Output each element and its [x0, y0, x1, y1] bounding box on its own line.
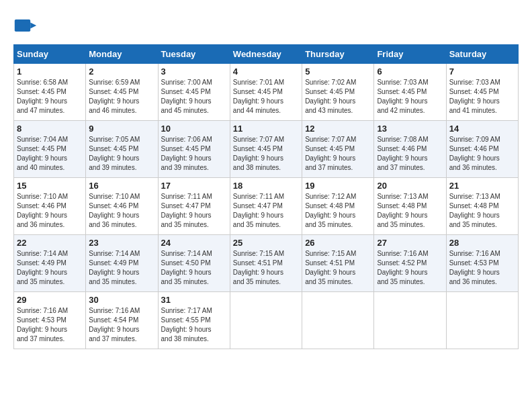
day-number: 9	[89, 124, 154, 134]
day-23: 23 Sunrise: 7:14 AMSunset: 4:49 PMDaylig…	[86, 235, 158, 292]
weekday-header-row: Sunday Monday Tuesday Wednesday Thursday…	[14, 45, 519, 64]
day-2: 2 Sunrise: 6:59 AMSunset: 4:45 PMDayligh…	[86, 64, 158, 121]
svg-marker-1	[30, 23, 36, 29]
calendar-table: Sunday Monday Tuesday Wednesday Thursday…	[13, 44, 519, 349]
day-number: 30	[89, 295, 154, 305]
day-12: 12 Sunrise: 7:07 AMSunset: 4:45 PMDaylig…	[302, 121, 374, 178]
day-detail: Sunrise: 7:13 AMSunset: 4:48 PMDaylight:…	[449, 192, 515, 230]
page-header	[13, 13, 519, 38]
day-number: 23	[89, 238, 154, 248]
day-number: 12	[305, 124, 371, 134]
day-number: 17	[161, 181, 227, 191]
week-row-4: 22 Sunrise: 7:14 AMSunset: 4:49 PMDaylig…	[14, 235, 519, 292]
day-number: 3	[161, 66, 227, 77]
header-thursday: Thursday	[302, 45, 374, 64]
day-13: 13 Sunrise: 7:08 AMSunset: 4:46 PMDaylig…	[374, 121, 446, 178]
day-28: 28 Sunrise: 7:16 AMSunset: 4:53 PMDaylig…	[446, 235, 518, 292]
day-detail: Sunrise: 7:11 AMSunset: 4:47 PMDaylight:…	[233, 192, 299, 230]
header-wednesday: Wednesday	[230, 45, 302, 64]
day-number: 25	[233, 238, 299, 248]
day-number: 21	[449, 181, 515, 191]
day-30: 30 Sunrise: 7:16 AMSunset: 4:54 PMDaylig…	[86, 292, 158, 349]
day-18: 18 Sunrise: 7:11 AMSunset: 4:47 PMDaylig…	[230, 178, 302, 235]
day-detail: Sunrise: 7:12 AMSunset: 4:48 PMDaylight:…	[305, 192, 371, 230]
day-detail: Sunrise: 7:07 AMSunset: 4:45 PMDaylight:…	[233, 135, 299, 173]
day-number: 31	[161, 295, 227, 305]
day-11: 11 Sunrise: 7:07 AMSunset: 4:45 PMDaylig…	[230, 121, 302, 178]
day-detail: Sunrise: 7:16 AMSunset: 4:54 PMDaylight:…	[89, 306, 154, 344]
day-number: 11	[233, 124, 299, 134]
day-number: 1	[17, 66, 83, 77]
day-number: 24	[161, 238, 227, 248]
day-detail: Sunrise: 7:16 AMSunset: 4:53 PMDaylight:…	[17, 306, 83, 344]
day-detail: Sunrise: 7:15 AMSunset: 4:51 PMDaylight:…	[305, 249, 371, 287]
day-detail: Sunrise: 7:16 AMSunset: 4:53 PMDaylight:…	[449, 249, 515, 287]
day-detail: Sunrise: 7:04 AMSunset: 4:45 PMDaylight:…	[17, 135, 83, 173]
empty-cell	[374, 292, 446, 349]
day-detail: Sunrise: 7:14 AMSunset: 4:49 PMDaylight:…	[17, 249, 83, 287]
day-detail: Sunrise: 7:17 AMSunset: 4:55 PMDaylight:…	[161, 306, 227, 344]
week-row-5: 29 Sunrise: 7:16 AMSunset: 4:53 PMDaylig…	[14, 292, 519, 349]
day-22: 22 Sunrise: 7:14 AMSunset: 4:49 PMDaylig…	[14, 235, 86, 292]
day-number: 14	[449, 124, 515, 134]
day-14: 14 Sunrise: 7:09 AMSunset: 4:46 PMDaylig…	[446, 121, 518, 178]
day-detail: Sunrise: 7:14 AMSunset: 4:50 PMDaylight:…	[161, 249, 227, 287]
day-29: 29 Sunrise: 7:16 AMSunset: 4:53 PMDaylig…	[14, 292, 86, 349]
day-19: 19 Sunrise: 7:12 AMSunset: 4:48 PMDaylig…	[302, 178, 374, 235]
day-31: 31 Sunrise: 7:17 AMSunset: 4:55 PMDaylig…	[158, 292, 230, 349]
logo	[13, 13, 39, 38]
day-detail: Sunrise: 7:15 AMSunset: 4:51 PMDaylight:…	[233, 249, 299, 287]
day-number: 5	[305, 66, 371, 77]
day-detail: Sunrise: 7:09 AMSunset: 4:46 PMDaylight:…	[449, 135, 515, 173]
day-number: 10	[161, 124, 227, 134]
day-detail: Sunrise: 7:01 AMSunset: 4:45 PMDaylight:…	[233, 78, 299, 116]
day-number: 27	[377, 238, 443, 248]
day-5: 5 Sunrise: 7:02 AMSunset: 4:45 PMDayligh…	[302, 64, 374, 121]
day-number: 4	[233, 66, 299, 77]
day-26: 26 Sunrise: 7:15 AMSunset: 4:51 PMDaylig…	[302, 235, 374, 292]
day-detail: Sunrise: 7:07 AMSunset: 4:45 PMDaylight:…	[305, 135, 371, 173]
empty-cell	[446, 292, 518, 349]
day-number: 18	[233, 181, 299, 191]
day-number: 2	[89, 66, 154, 77]
day-number: 8	[17, 124, 83, 134]
day-7: 7 Sunrise: 7:03 AMSunset: 4:45 PMDayligh…	[446, 64, 518, 121]
day-number: 29	[17, 295, 83, 305]
day-4: 4 Sunrise: 7:01 AMSunset: 4:45 PMDayligh…	[230, 64, 302, 121]
day-detail: Sunrise: 7:03 AMSunset: 4:45 PMDaylight:…	[449, 78, 515, 116]
header-sunday: Sunday	[14, 45, 86, 64]
day-6: 6 Sunrise: 7:03 AMSunset: 4:45 PMDayligh…	[374, 64, 446, 121]
header-monday: Monday	[86, 45, 158, 64]
header-friday: Friday	[374, 45, 446, 64]
day-number: 28	[449, 238, 515, 248]
day-number: 7	[449, 66, 515, 77]
header-tuesday: Tuesday	[158, 45, 230, 64]
empty-cell	[302, 292, 374, 349]
svg-rect-0	[15, 19, 30, 32]
day-8: 8 Sunrise: 7:04 AMSunset: 4:45 PMDayligh…	[14, 121, 86, 178]
day-number: 20	[377, 181, 443, 191]
day-detail: Sunrise: 7:02 AMSunset: 4:45 PMDaylight:…	[305, 78, 371, 116]
day-detail: Sunrise: 7:11 AMSunset: 4:47 PMDaylight:…	[161, 192, 227, 230]
day-1: 1 Sunrise: 6:58 AMSunset: 4:45 PMDayligh…	[14, 64, 86, 121]
week-row-3: 15 Sunrise: 7:10 AMSunset: 4:46 PMDaylig…	[14, 178, 519, 235]
logo-icon	[13, 13, 38, 38]
day-number: 16	[89, 181, 154, 191]
day-detail: Sunrise: 7:10 AMSunset: 4:46 PMDaylight:…	[89, 192, 154, 230]
day-detail: Sunrise: 7:06 AMSunset: 4:45 PMDaylight:…	[161, 135, 227, 173]
day-9: 9 Sunrise: 7:05 AMSunset: 4:45 PMDayligh…	[86, 121, 158, 178]
day-24: 24 Sunrise: 7:14 AMSunset: 4:50 PMDaylig…	[158, 235, 230, 292]
day-number: 13	[377, 124, 443, 134]
day-15: 15 Sunrise: 7:10 AMSunset: 4:46 PMDaylig…	[14, 178, 86, 235]
day-17: 17 Sunrise: 7:11 AMSunset: 4:47 PMDaylig…	[158, 178, 230, 235]
day-number: 6	[377, 66, 443, 77]
week-row-1: 1 Sunrise: 6:58 AMSunset: 4:45 PMDayligh…	[14, 64, 519, 121]
day-25: 25 Sunrise: 7:15 AMSunset: 4:51 PMDaylig…	[230, 235, 302, 292]
day-detail: Sunrise: 7:05 AMSunset: 4:45 PMDaylight:…	[89, 135, 154, 173]
day-21: 21 Sunrise: 7:13 AMSunset: 4:48 PMDaylig…	[446, 178, 518, 235]
day-detail: Sunrise: 6:58 AMSunset: 4:45 PMDaylight:…	[17, 78, 83, 116]
empty-cell	[230, 292, 302, 349]
day-number: 22	[17, 238, 83, 248]
day-number: 15	[17, 181, 83, 191]
day-3: 3 Sunrise: 7:00 AMSunset: 4:45 PMDayligh…	[158, 64, 230, 121]
